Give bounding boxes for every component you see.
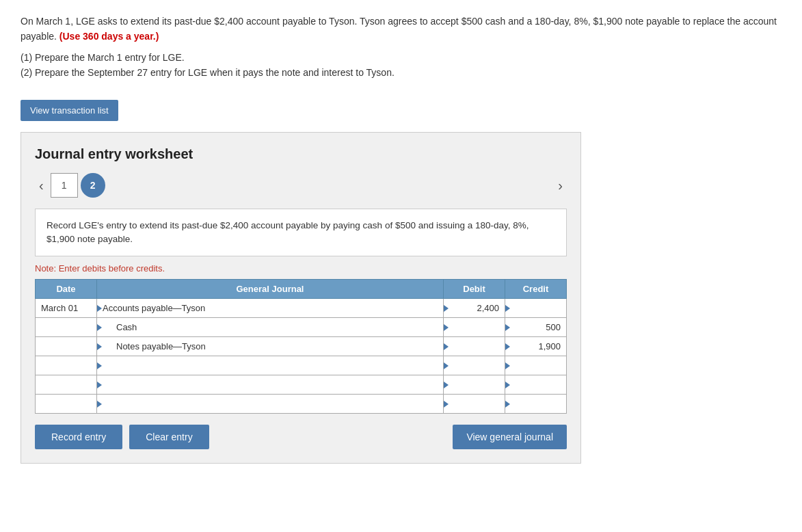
clear-entry-button[interactable]: Clear entry [129,425,209,449]
header-date: Date [36,280,97,299]
instruction-1: (1) Prepare the March 1 entry for LGE. [21,50,781,65]
debit-cell-2[interactable] [444,337,505,356]
description-box: Record LGE's entry to extend its past-du… [35,209,567,257]
credit-indicator-0 [505,305,510,312]
button-row: Record entry Clear entry View general jo… [35,425,567,449]
credit-indicator-5 [505,401,510,408]
account-cell-2[interactable]: Notes payable—Tyson [97,337,444,356]
date-cell-4[interactable] [36,375,97,395]
row-indicator-0 [97,305,102,312]
view-general-journal-button[interactable]: View general journal [453,425,567,449]
table-row: Notes payable—Tyson1,900 [36,337,567,356]
header-credit: Credit [505,280,567,299]
note-text: Note: Enter debits before credits. [35,263,567,274]
tab-1[interactable]: 1 [51,173,78,198]
row-indicator-3 [97,362,102,369]
row-indicator-2 [97,343,102,350]
debit-indicator-0 [444,305,449,312]
credit-indicator-1 [505,324,510,331]
next-tab-button[interactable]: › [554,177,567,194]
prev-tab-button[interactable]: ‹ [35,177,48,194]
credit-cell-4[interactable] [505,375,567,395]
debit-cell-4[interactable] [444,375,505,395]
row-indicator-1 [97,324,102,331]
instruction-2: (2) Prepare the September 27 entry for L… [21,65,781,80]
account-cell-0[interactable]: Accounts payable—Tyson [97,299,444,318]
table-row: March 01Accounts payable—Tyson2,400 [36,299,567,318]
table-row [36,375,567,395]
debit-indicator-5 [444,401,449,408]
row-indicator-5 [97,401,102,408]
account-cell-5[interactable] [97,395,444,414]
tab-row: ‹ 1 2 › [35,173,567,198]
account-cell-4[interactable] [97,375,444,395]
date-cell-5[interactable] [36,395,97,414]
credit-cell-5[interactable] [505,395,567,414]
debit-cell-0[interactable]: 2,400 [444,299,505,318]
bold-red-note: (Use 360 days a year.) [59,31,159,42]
table-row [36,395,567,414]
tab-2[interactable]: 2 [81,173,105,198]
problem-text-line1: On March 1, LGE asks to extend its past-… [21,16,591,27]
view-transaction-button[interactable]: View transaction list [21,100,118,121]
credit-cell-3[interactable] [505,356,567,375]
credit-indicator-4 [505,382,510,388]
account-cell-1[interactable]: Cash [97,318,444,337]
journal-table: Date General Journal Debit Credit March … [35,279,567,414]
date-cell-3[interactable] [36,356,97,375]
problem-statement: On March 1, LGE asks to extend its past-… [21,14,781,81]
header-debit: Debit [444,280,505,299]
credit-cell-2[interactable]: 1,900 [505,337,567,356]
debit-cell-5[interactable] [444,395,505,414]
date-cell-0[interactable]: March 01 [36,299,97,318]
account-cell-3[interactable] [97,356,444,375]
date-cell-2[interactable] [36,337,97,356]
credit-indicator-2 [505,343,510,350]
worksheet-title: Journal entry worksheet [35,146,567,162]
row-indicator-4 [97,382,102,388]
debit-indicator-1 [444,324,449,331]
table-row: Cash500 [36,318,567,337]
table-row [36,356,567,375]
date-cell-1[interactable] [36,318,97,337]
credit-cell-1[interactable]: 500 [505,318,567,337]
credit-indicator-3 [505,362,510,369]
debit-indicator-3 [444,362,449,369]
description-text: Record LGE's entry to extend its past-du… [46,220,529,244]
credit-cell-0[interactable] [505,299,567,318]
header-general-journal: General Journal [97,280,444,299]
worksheet-container: Journal entry worksheet ‹ 1 2 › Record L… [21,132,581,464]
debit-indicator-2 [444,343,449,350]
debit-cell-1[interactable] [444,318,505,337]
debit-cell-3[interactable] [444,356,505,375]
debit-indicator-4 [444,382,449,388]
record-entry-button[interactable]: Record entry [35,425,122,449]
